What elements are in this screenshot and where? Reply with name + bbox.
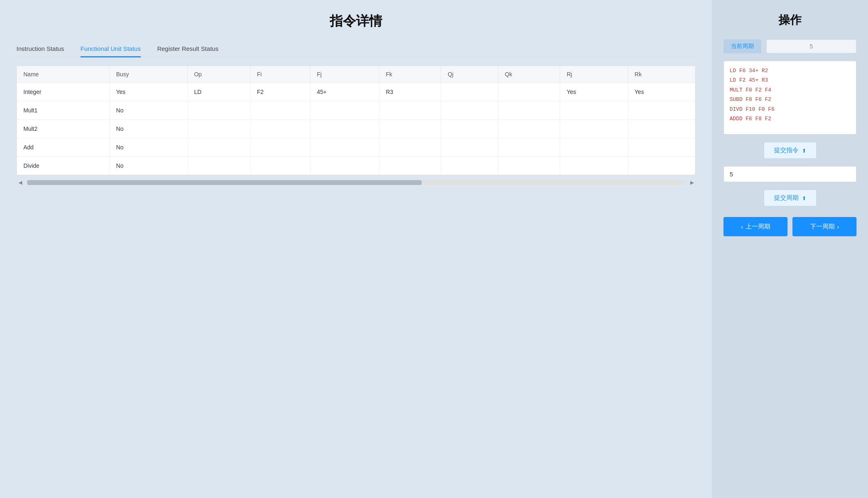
submit-cycle-button[interactable]: 提交周期 (764, 190, 817, 206)
table-cell-fk (379, 157, 441, 175)
tab-register-result-status[interactable]: Register Result Status (157, 42, 218, 57)
instruction-textarea[interactable] (723, 61, 857, 135)
functional-unit-table-container: Name Busy Op Fi Fj Fk Qj Qk Rj Rk Intege… (16, 66, 696, 175)
current-cycle-value: 5 (766, 39, 857, 53)
table-cell-name: Mult2 (17, 120, 109, 138)
table-cell-fk (379, 101, 441, 120)
main-panel: 指令详情 Instruction Status Functional Unit … (0, 0, 712, 498)
table-cell-busy: No (109, 138, 187, 157)
current-cycle-row: 当前周期 5 (723, 39, 857, 53)
tabs-bar: Instruction Status Functional Unit Statu… (16, 42, 696, 57)
table-row: DivideNo (17, 157, 695, 175)
table-cell-fi (250, 138, 310, 157)
scroll-row: ◀ ▶ (16, 177, 696, 188)
table-cell-qk (498, 157, 560, 175)
prev-cycle-label: 上一周期 (746, 223, 770, 231)
scrollbar-thumb (27, 180, 422, 185)
table-cell-qk (498, 138, 560, 157)
submit-cycle-label: 提交周期 (774, 194, 799, 202)
table-cell-qj (441, 83, 498, 101)
table-row: IntegerYesLDF245+R3YesYes (17, 83, 695, 101)
prev-chevron-icon: ‹ (741, 223, 743, 230)
table-cell-rk (628, 157, 695, 175)
table-cell-qj (441, 138, 498, 157)
table-cell-qj (441, 157, 498, 175)
scroll-right-arrow[interactable]: ▶ (688, 179, 696, 186)
table-row: AddNo (17, 138, 695, 157)
tab-functional-unit-status[interactable]: Functional Unit Status (80, 42, 141, 57)
col-header-op: Op (187, 66, 250, 83)
table-cell-op: LD (187, 83, 250, 101)
cycle-input[interactable] (723, 166, 857, 182)
table-cell-fj: 45+ (310, 83, 379, 101)
table-cell-name: Add (17, 138, 109, 157)
table-cell-op (187, 138, 250, 157)
table-cell-fi (250, 120, 310, 138)
functional-unit-table: Name Busy Op Fi Fj Fk Qj Qk Rj Rk Intege… (17, 66, 695, 175)
col-header-fi: Fi (250, 66, 310, 83)
table-cell-fk (379, 120, 441, 138)
next-cycle-button[interactable]: 下一周期 › (792, 217, 857, 236)
table-cell-busy: Yes (109, 83, 187, 101)
col-header-qj: Qj (441, 66, 498, 83)
table-cell-qk (498, 101, 560, 120)
table-cell-name: Mult1 (17, 101, 109, 120)
table-cell-busy: No (109, 120, 187, 138)
table-cell-qk (498, 120, 560, 138)
table-cell-fk (379, 138, 441, 157)
right-panel: 操作 当前周期 5 提交指令 提交周期 ‹ 上一周期 下一周期 › (712, 0, 868, 498)
table-cell-fk: R3 (379, 83, 441, 101)
submit-instruction-button[interactable]: 提交指令 (764, 142, 817, 159)
table-cell-rk (628, 138, 695, 157)
col-header-qk: Qk (498, 66, 560, 83)
table-cell-fj (310, 157, 379, 175)
scroll-left-arrow[interactable]: ◀ (16, 179, 24, 186)
table-cell-name: Integer (17, 83, 109, 101)
table-cell-rj: Yes (560, 83, 628, 101)
upload-icon (802, 147, 806, 154)
col-header-fk: Fk (379, 66, 441, 83)
table-cell-fi (250, 101, 310, 120)
table-cell-rj (560, 157, 628, 175)
table-cell-qj (441, 120, 498, 138)
table-cell-rj (560, 138, 628, 157)
table-cell-rk (628, 120, 695, 138)
nav-row: ‹ 上一周期 下一周期 › (723, 217, 857, 236)
col-header-busy: Busy (109, 66, 187, 83)
upload-cycle-icon (802, 194, 806, 201)
next-chevron-icon: › (837, 223, 839, 230)
col-header-rk: Rk (628, 66, 695, 83)
scrollbar-track[interactable] (25, 177, 687, 188)
page-title: 指令详情 (16, 12, 696, 30)
table-cell-rk: Yes (628, 83, 695, 101)
table-body: IntegerYesLDF245+R3YesYesMult1NoMult2NoA… (17, 83, 695, 175)
table-cell-op (187, 157, 250, 175)
right-panel-title: 操作 (723, 12, 857, 28)
table-cell-qk (498, 83, 560, 101)
table-cell-busy: No (109, 101, 187, 120)
table-cell-fj (310, 138, 379, 157)
table-cell-op (187, 101, 250, 120)
table-cell-fi: F2 (250, 83, 310, 101)
current-cycle-label-btn[interactable]: 当前周期 (723, 39, 761, 53)
tab-instruction-status[interactable]: Instruction Status (16, 42, 64, 57)
submit-instruction-label: 提交指令 (774, 146, 799, 154)
prev-cycle-button[interactable]: ‹ 上一周期 (723, 217, 788, 236)
table-cell-rj (560, 101, 628, 120)
table-header-row: Name Busy Op Fi Fj Fk Qj Qk Rj Rk (17, 66, 695, 83)
table-cell-fi (250, 157, 310, 175)
table-row: Mult2No (17, 120, 695, 138)
table-cell-rk (628, 101, 695, 120)
col-header-rj: Rj (560, 66, 628, 83)
table-row: Mult1No (17, 101, 695, 120)
table-cell-name: Divide (17, 157, 109, 175)
table-cell-fj (310, 120, 379, 138)
table-cell-fj (310, 101, 379, 120)
col-header-name: Name (17, 66, 109, 83)
table-cell-op (187, 120, 250, 138)
table-cell-qj (441, 101, 498, 120)
table-cell-busy: No (109, 157, 187, 175)
col-header-fj: Fj (310, 66, 379, 83)
scrollbar-area[interactable] (27, 180, 685, 185)
table-cell-rj (560, 120, 628, 138)
